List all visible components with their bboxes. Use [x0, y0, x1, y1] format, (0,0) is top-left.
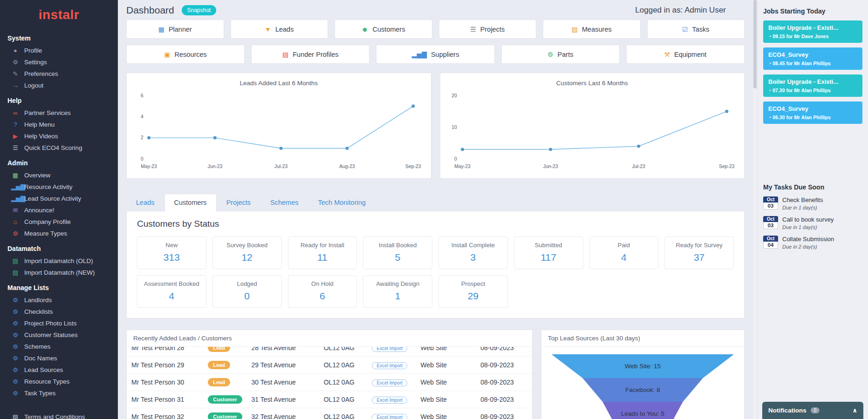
job-title: ECO4_Survey [768, 105, 857, 112]
sidebar-item-landlords[interactable]: ⚙Landlords [0, 294, 118, 306]
job-card[interactable]: Boiler Upgrade - Existi...◔ 09.15 for Mr… [763, 20, 862, 43]
sidebar-item-task-types[interactable]: ⚙Task Types [0, 387, 118, 399]
sidebar-item-preferences[interactable]: ✎Preferences [0, 68, 118, 80]
funder-profiles-button[interactable]: ▤Funder Profiles [251, 45, 369, 64]
parts-button[interactable]: ⚙Parts [501, 45, 620, 64]
sidebar-item-logout[interactable]: →Logout [0, 80, 118, 91]
measures-button[interactable]: ▨Measures [543, 20, 641, 39]
sidebar-item-resource-activity[interactable]: ▂▅▇Resource Activity [0, 181, 118, 193]
sidebar-section-system: System [0, 29, 118, 45]
status-card-value: 0 [215, 291, 280, 302]
sidebar-item-lead-source-activity[interactable]: ▂▅▇Lead Source Activity [0, 193, 118, 204]
scrollbar-thumb[interactable] [753, 0, 757, 88]
task-title: Collate Submission [782, 236, 834, 243]
status-panel-title: Customers by Status [137, 219, 734, 229]
user-icon: ● [11, 47, 20, 54]
leads-button[interactable]: ▼Leads [231, 20, 328, 39]
sidebar-item-measure-types[interactable]: ⚙Measure Types [0, 228, 118, 239]
customers-button[interactable]: ☻Customers [335, 20, 432, 39]
sidebar-section-help: Help [0, 91, 118, 107]
status-card-survey-booked[interactable]: Survey Booked12 [212, 237, 282, 269]
tab-leads[interactable]: Leads [126, 194, 164, 211]
sidebar-item-announce[interactable]: ✉Announce! [0, 204, 118, 216]
svg-text:6: 6 [141, 93, 144, 98]
grid-icon: ▦ [11, 172, 20, 179]
sidebar-item-label: Logout [24, 82, 43, 89]
status-card-prospect[interactable]: Prospect29 [438, 275, 508, 308]
tab-customers[interactable]: Customers [164, 194, 217, 211]
projects-button[interactable]: ☰Projects [439, 20, 537, 39]
table-row[interactable]: Mr Test Person 28Lead28 Test AvenueOL12 … [127, 347, 532, 357]
suppliers-button[interactable]: ▂▅▇Suppliers [376, 45, 494, 64]
status-card-assessment-booked[interactable]: Assessment Booked4 [137, 275, 206, 308]
status-card-on-hold[interactable]: On Hold6 [288, 275, 357, 308]
sidebar-item-company-profile[interactable]: ⌂Company Profile [0, 216, 118, 228]
sidebar-item-quick-eco4-scoring[interactable]: ☰Quick ECO4 Scoring [0, 142, 118, 154]
address: 31 Test Avenue [247, 391, 319, 408]
lead-source: Web Site [416, 374, 476, 391]
recent-table-viewport: Mr Test Person 28Lead28 Test AvenueOL12 … [127, 347, 532, 419]
task-item[interactable]: Oct04Collate SubmissionDue in 2 day(s) [763, 236, 862, 250]
gears-icon: ⚙ [11, 308, 20, 315]
tab-schemes[interactable]: Schemes [260, 194, 308, 211]
sidebar-item-doc-names[interactable]: ⚙Doc Names [0, 352, 118, 364]
task-item[interactable]: Oct03Check BenefitsDue in 1 day(s) [763, 196, 862, 210]
sidebar-item-label: Quick ECO4 Scoring [24, 144, 82, 151]
sidebar-item-label: Project Photo Lists [24, 320, 77, 327]
job-card[interactable]: ECO4_Survey◔ 08.45 for Mr Alan Phillips [763, 47, 862, 70]
table-row[interactable]: Mr Test Person 29Lead29 Test AvenueOL12 … [127, 357, 532, 374]
sidebar-item-help-menu[interactable]: ?Help Menu [0, 119, 118, 130]
tab-tech-monitoring[interactable]: Tech Monitoring [308, 194, 375, 211]
sidebar-item-checklists[interactable]: ⚙Checklists [0, 306, 118, 318]
table-row[interactable]: Mr Test Person 32Customer32 Test AvenueO… [127, 408, 532, 419]
sidebar-item-import-datamatch-old[interactable]: ▤Import Datamatch (OLD) [0, 255, 118, 267]
table-row[interactable]: Mr Test Person 30Lead30 Test AvenueOL12 … [127, 374, 532, 391]
sidebar-item-terms-and-conditions[interactable]: ▤Terms and Conditions [0, 411, 118, 419]
type-badge: Lead [208, 378, 230, 386]
status-card-paid[interactable]: Paid4 [589, 237, 659, 269]
planner-button[interactable]: ▦Planner [126, 20, 224, 39]
sidebar-item-import-datamatch-new[interactable]: ▤Import Datamatch (NEW) [0, 267, 118, 278]
sidebar-item-customer-statuses[interactable]: ⚙Customer Statuses [0, 329, 118, 341]
notifications-bar[interactable]: Notifications 0 ∧ [762, 402, 863, 419]
task-due: Due in 2 day(s) [782, 244, 834, 250]
status-card-install-complete[interactable]: Install Complete3 [438, 237, 508, 269]
task-month: Oct [763, 236, 778, 242]
status-card-submitted[interactable]: Submitted117 [514, 237, 583, 269]
status-card-ready-for-survey[interactable]: Ready for Survey37 [664, 237, 734, 269]
gears-icon: ⚙ [11, 378, 20, 385]
tasks-button[interactable]: ☑Tasks [647, 20, 745, 39]
parts-icon: ⚙ [547, 51, 554, 58]
status-card-ready-for-install[interactable]: Ready for Install11 [288, 237, 357, 269]
status-card-awaiting-design[interactable]: Awaiting Design1 [363, 275, 432, 308]
sidebar-item-profile[interactable]: ●Profile [0, 45, 118, 56]
sidebar-item-project-photo-lists[interactable]: ⚙Project Photo Lists [0, 318, 118, 329]
tab-projects[interactable]: Projects [217, 194, 260, 211]
status-card-label: Assessment Booked [139, 280, 204, 287]
sidebar-item-help-videos[interactable]: ▶Help Videos [0, 130, 118, 142]
sidebar-item-settings[interactable]: ⚙Settings [0, 56, 118, 68]
job-card[interactable]: ECO4_Survey◔ 06.30 for Mr Alan Phillips [763, 101, 862, 124]
file-pdf-icon: ▤ [282, 51, 288, 58]
jobs-panel-title: Jobs Starting Today [763, 7, 862, 15]
type-badge: Lead [208, 361, 230, 369]
sidebar-item-partner-services[interactable]: ∞Partner Services [0, 107, 118, 119]
equipment-button[interactable]: ⚒Equipment [626, 45, 745, 64]
right-sidebar: Jobs Starting Today Boiler Upgrade - Exi… [757, 0, 868, 419]
job-title: Boiler Upgrade - Existi... [768, 78, 857, 85]
status-card-lodged[interactable]: Lodged0 [212, 275, 282, 308]
job-card[interactable]: Boiler Upgrade - Existi...◔ 07.30 for Mr… [763, 74, 862, 97]
sidebar-item-schemes[interactable]: ⚙Schemes [0, 341, 118, 352]
resources-button[interactable]: ▣Resources [126, 45, 245, 64]
snapshot-badge[interactable]: Snapshot [182, 5, 217, 15]
clock-icon: ◔ [768, 88, 772, 93]
sidebar-item-resource-types[interactable]: ⚙Resource Types [0, 376, 118, 387]
status-card-new[interactable]: New313 [137, 237, 206, 269]
table-row[interactable]: Mr Test Person 31Customer31 Test AvenueO… [127, 391, 532, 408]
task-item[interactable]: Oct03Call to book surveyDue in 1 day(s) [763, 216, 862, 230]
sidebar-item-lead-sources[interactable]: ⚙Lead Sources [0, 364, 118, 376]
sidebar-item-label: Overview [24, 172, 50, 179]
sidebar-item-overview[interactable]: ▦Overview [0, 169, 118, 181]
main-scrollbar[interactable] [753, 0, 757, 419]
status-card-install-booked[interactable]: Install Booked5 [363, 237, 432, 269]
